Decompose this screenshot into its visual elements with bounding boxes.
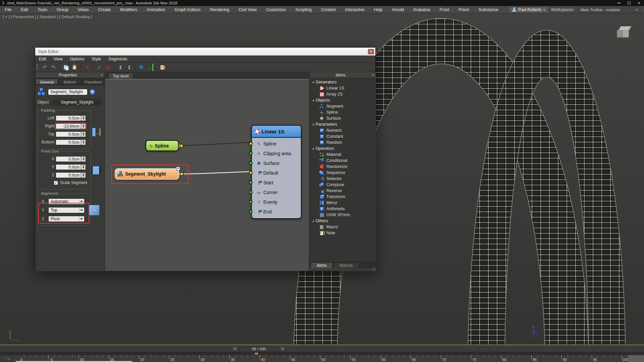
item-selector[interactable]: Selector	[309, 176, 376, 182]
spinner[interactable]	[81, 139, 86, 145]
menu-civil-view[interactable]: Civil View	[234, 6, 261, 13]
item-randomize[interactable]: Randomize	[309, 164, 376, 170]
tab-general[interactable]: General	[36, 79, 58, 84]
paste-icon[interactable]	[71, 64, 78, 71]
item-material[interactable]: Material	[309, 152, 376, 158]
menu-create[interactable]: Create	[94, 6, 116, 13]
menu-prism[interactable]: Prism	[454, 6, 474, 13]
help-button[interactable]: ?	[90, 89, 95, 95]
port-row-evenly[interactable]: Evenly	[252, 197, 301, 207]
viewcube[interactable]	[615, 23, 636, 44]
fixed-z-field[interactable]: 0.0cm	[56, 172, 81, 178]
workspace-select[interactable]: Main Toolbar - modular ▾	[578, 7, 641, 13]
menu-modifiers[interactable]: Modifiers	[115, 6, 142, 13]
menu-file[interactable]: File	[0, 6, 16, 13]
menu-content[interactable]: Content	[316, 6, 340, 13]
menu-krakatoa[interactable]: Krakatoa	[409, 6, 435, 13]
segment-name-input[interactable]	[48, 89, 88, 95]
fixed-x-field[interactable]: 0.0cm	[56, 156, 81, 162]
menu-graph-editors[interactable]: Graph Editors	[170, 6, 205, 13]
menu-customize[interactable]: Customize	[261, 6, 290, 13]
item-constant[interactable]: 2Constant	[309, 133, 376, 139]
delete-icon[interactable]: ✕	[83, 64, 91, 71]
refresh-icon[interactable]: ↻	[138, 64, 145, 71]
se-menu-segments[interactable]: Segments	[105, 57, 131, 61]
tab-items[interactable]: Items	[311, 262, 333, 268]
menu-frost[interactable]: Frost	[435, 6, 453, 13]
input-port-default[interactable]	[249, 171, 253, 175]
spline-output-port[interactable]	[179, 144, 183, 148]
menu-rendering[interactable]: Rendering	[205, 6, 234, 13]
export-icon[interactable]: →	[147, 64, 153, 71]
menu-views[interactable]: Views	[73, 6, 94, 13]
copy-icon[interactable]	[62, 64, 69, 71]
time-slider-track[interactable]	[0, 352, 644, 355]
viewport-label[interactable]: [ + ] [ Perspective ] [ Standard ] [ Def…	[3, 15, 92, 19]
port-row-start[interactable]: Start	[252, 178, 301, 187]
input-port-end[interactable]	[249, 210, 253, 214]
close-icon[interactable]: ✕	[100, 73, 103, 77]
spinner[interactable]	[81, 156, 86, 162]
input-port-evenly[interactable]	[249, 200, 253, 204]
scale-segment-checkbox[interactable]: ✓	[54, 181, 58, 185]
object-picker-button[interactable]: Segment_Skylight	[52, 99, 102, 106]
item-reverse[interactable]: Reverse	[309, 188, 376, 194]
item-note[interactable]: Note	[309, 230, 376, 236]
port-row-surface[interactable]: Surface	[252, 158, 301, 168]
se-menu-edit[interactable]: Edit	[35, 57, 50, 61]
se-menu-style[interactable]: Style	[88, 57, 105, 61]
menu-arnold[interactable]: Arnold	[387, 6, 409, 13]
menu-animation[interactable]: Animation	[142, 6, 170, 13]
item-compose[interactable]: Compose	[309, 182, 376, 188]
item-surface[interactable]: Surface	[309, 115, 376, 121]
item-macro[interactable]: Macro	[309, 224, 376, 230]
input-port-corner[interactable]	[249, 190, 253, 194]
node-close-icon[interactable]: ✕	[176, 167, 180, 171]
tab-deform[interactable]: Deform	[59, 79, 81, 84]
items-header[interactable]: Items ✕	[309, 72, 376, 78]
node-graph-area[interactable]: ∿ Spline Segment_Skylight ✕ Linear 1S	[105, 79, 309, 271]
undo-icon[interactable]: ↶	[41, 64, 48, 71]
item-uvw-xform[interactable]: UVW XForm	[309, 212, 376, 218]
spinner[interactable]	[81, 123, 86, 129]
segment-skylight-node[interactable]: Segment_Skylight ✕	[115, 168, 179, 180]
item-mirror[interactable]: Mirror	[309, 200, 376, 206]
menu-scripting[interactable]: Scripting	[290, 6, 316, 13]
item-arithmetic[interactable]: ΣArithmetic	[309, 206, 376, 212]
menu-edit[interactable]: Edit	[16, 6, 33, 13]
toolbar-grip[interactable]	[36, 64, 38, 71]
item-numeric[interactable]: x²Numeric	[309, 127, 376, 133]
port-row-clipping-area[interactable]: ∿ Clipping area	[252, 148, 301, 158]
item-conditional[interactable]: Conditional	[309, 158, 376, 164]
timeline-ruler[interactable]: ⋮∿ 0 5 10 15 20 25 30 35 40 45 50 55 60 …	[0, 355, 644, 362]
se-menu-view[interactable]: View	[50, 57, 66, 61]
tab-top-level[interactable]: Top level	[108, 73, 133, 79]
properties-header[interactable]: Properties ✕	[35, 72, 105, 78]
input-port-surface[interactable]	[249, 161, 253, 165]
minimize-button[interactable]	[614, 0, 624, 6]
padding-left-field[interactable]: 0.0cm	[56, 115, 81, 121]
window-resize-grip[interactable]	[372, 267, 376, 271]
input-port-start[interactable]	[249, 181, 253, 184]
padding-right-field[interactable]: -13.64cm	[56, 123, 81, 129]
port-row-spline[interactable]: ∿ Spline	[252, 139, 301, 148]
previous-frame-button[interactable]: <	[232, 346, 238, 351]
linear-node-header[interactable]: Linear 1S	[252, 126, 301, 138]
padding-top-field[interactable]: 0.0cm	[56, 131, 81, 137]
items-group-generators[interactable]: Generators	[309, 79, 376, 85]
spinner[interactable]	[81, 164, 86, 170]
tab-macros[interactable]: Macros	[333, 262, 359, 268]
menu-tools[interactable]: Tools	[33, 6, 52, 13]
items-group-objects[interactable]: Objects	[309, 97, 376, 103]
style-editor-titlebar[interactable]: Style Editor ✕	[35, 48, 375, 56]
item-sequence[interactable]: Sequence	[309, 170, 376, 176]
items-group-operators[interactable]: Operators	[309, 145, 376, 152]
close-button[interactable]: ✕	[634, 0, 644, 6]
spline-node[interactable]: ∿ Spline	[146, 140, 179, 151]
port-row-end[interactable]: End	[252, 207, 301, 217]
disable-icon[interactable]: ⊘	[104, 64, 112, 71]
menu-interactive[interactable]: Interactive	[340, 6, 369, 13]
pin-bottom-icon[interactable]: ↧	[125, 64, 133, 71]
item-transform[interactable]: Transform	[309, 194, 376, 200]
segment-output-port[interactable]	[180, 172, 184, 176]
